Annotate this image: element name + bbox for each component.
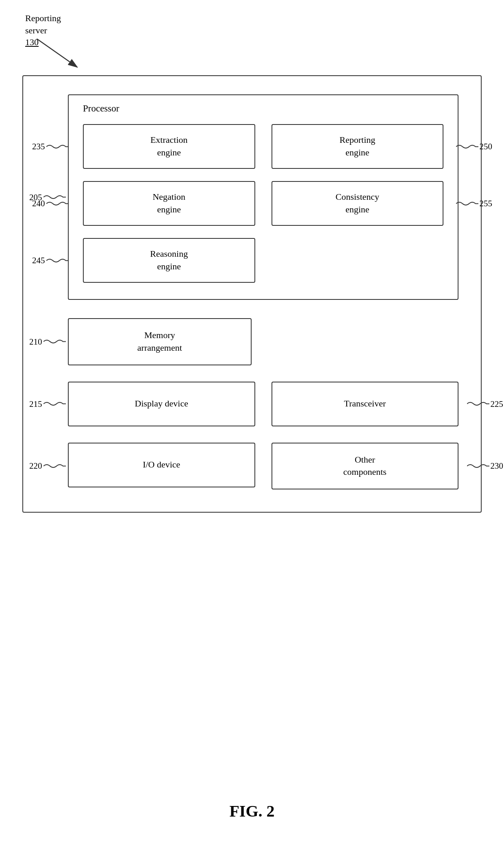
ref-245: 245: [32, 256, 69, 266]
ref-235: 235: [32, 142, 69, 152]
engine-row-3: 245 Reasoningengine: [83, 238, 443, 283]
display-transceiver-row: 215 Display device 225: [68, 382, 458, 426]
transceiver-box: Transceiver: [272, 382, 459, 426]
reporting-cell: 250 Reportingengine: [272, 124, 444, 169]
ref-215: 215: [29, 399, 66, 409]
memory-row: 210 Memoryarrangement: [68, 318, 458, 365]
ref-225: 225: [467, 399, 504, 409]
negation-engine-box: Negationengine: [83, 181, 255, 226]
wavy-225: [467, 400, 489, 408]
wavy-220: [43, 462, 66, 470]
main-outer-box: 205 Processor 235: [22, 75, 482, 513]
ref-250: 250: [456, 142, 493, 152]
ref-210: 210: [29, 336, 66, 347]
reasoning-engine-box: Reasoningengine: [83, 238, 255, 283]
extraction-engine-box: Extractionengine: [83, 124, 255, 169]
page-container: Reporting server 130 205 Processo: [0, 0, 504, 843]
ref-220: 220: [29, 461, 66, 471]
extraction-cell: 235 Extractionengine: [83, 124, 255, 169]
wavy-215: [43, 400, 66, 408]
engine-row-2: 240 Negationengine: [83, 181, 443, 226]
wavy-240: [46, 199, 69, 207]
wavy-230: [467, 462, 489, 470]
svg-line-0: [37, 39, 77, 67]
other-cell: 230 Othercomponents: [272, 443, 459, 490]
wavy-235: [46, 142, 69, 151]
display-cell: 215 Display device: [68, 382, 255, 426]
transceiver-cell: 225 Transceiver: [272, 382, 459, 426]
io-cell: 220 I/O device: [68, 443, 255, 490]
ref-255: 255: [456, 199, 493, 209]
consistency-cell: 255 Consistencyengine: [272, 181, 444, 226]
wavy-245: [46, 256, 69, 264]
ref-240: 240: [32, 199, 69, 209]
engine-row-1: 235 Extractionengine: [83, 124, 443, 169]
reporting-engine-box: Reportingengine: [272, 124, 444, 169]
negation-cell: 240 Negationengine: [83, 181, 255, 226]
processor-label: Processor: [83, 103, 443, 114]
io-other-row: 220 I/O device 230: [68, 443, 458, 490]
empty-cell: [272, 238, 444, 283]
processor-box: Processor 235 Extractio: [68, 94, 458, 300]
consistency-engine-box: Consistencyengine: [272, 181, 444, 226]
ref-230: 230: [467, 461, 504, 471]
arrow-svg: [37, 39, 85, 71]
memory-arrangement-box: Memoryarrangement: [68, 318, 252, 365]
other-components-box: Othercomponents: [272, 443, 459, 490]
display-device-box: Display device: [68, 382, 255, 426]
reasoning-cell: 245 Reasoningengine: [83, 238, 255, 283]
wavy-250: [456, 142, 478, 151]
io-device-box: I/O device: [68, 443, 255, 487]
wavy-255: [456, 199, 478, 207]
fig-caption: FIG. 2: [0, 802, 504, 821]
processor-region: 205 Processor 235: [68, 94, 458, 300]
wavy-210: [43, 338, 66, 346]
